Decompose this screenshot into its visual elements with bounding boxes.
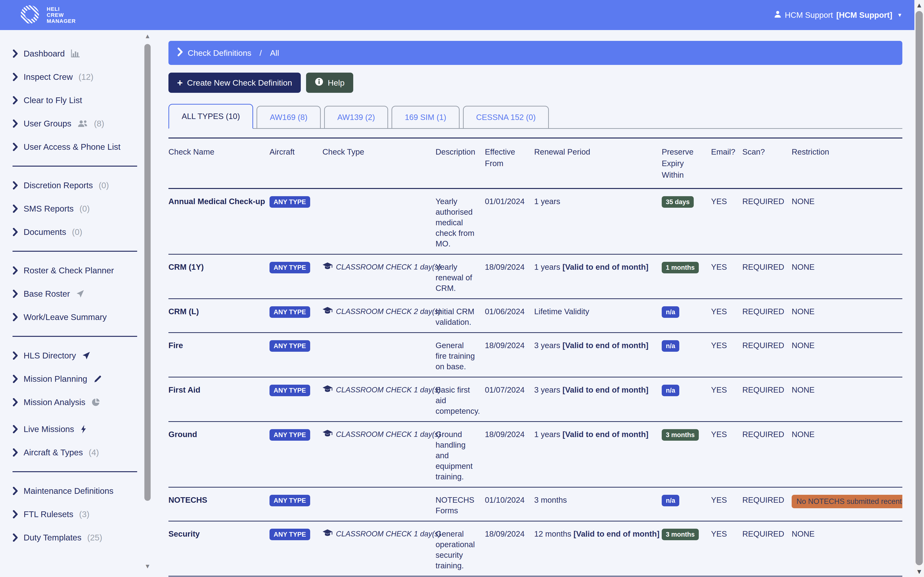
chevron-right-icon (13, 205, 18, 213)
sidebar-item-label: Maintenance Definitions (24, 486, 113, 496)
chevron-right-icon (13, 510, 18, 518)
aircraft-cell: ANY TYPE (270, 189, 322, 254)
sidebar-item-aircraft-types[interactable]: Aircraft & Types(4) (13, 448, 142, 457)
logo-ring-icon (19, 3, 41, 26)
sidebar-item-dashboard[interactable]: Dashboard (13, 49, 142, 58)
aircraft-badge: ANY TYPE (270, 495, 310, 506)
sidebar-item-clear-to-fly-list[interactable]: Clear to Fly List (13, 95, 142, 105)
check-definitions-table: Check NameAircraftCheck TypeDescriptionE… (168, 137, 902, 577)
sidebar-item-count: (3) (79, 509, 89, 519)
table-row-ground[interactable]: GroundANY TYPE CLASSROOM CHECK 1 day(s) … (168, 422, 902, 488)
sidebar-item-user-groups[interactable]: User Groups(8) (13, 119, 142, 128)
chevron-right-icon (13, 533, 18, 542)
scroll-up-icon[interactable]: ▲ (914, 2, 924, 9)
sidebar-item-mission-planning[interactable]: Mission Planning (13, 374, 142, 384)
column-header: Check Type (322, 139, 436, 188)
sidebar-item-label: Roster & Check Planner (24, 266, 114, 275)
tab-cessna-152-0[interactable]: CESSNA 152 (0) (463, 106, 549, 128)
sidebar-item-label: Base Roster (24, 289, 70, 298)
tab-label: ALL TYPES (10) (182, 112, 240, 121)
tab-label: CESSNA 152 (0) (476, 113, 536, 122)
description-cell: General operational security training. (436, 521, 485, 576)
breadcrumb-page: All (270, 48, 279, 58)
sidebar-scrollbar-thumb[interactable] (144, 44, 151, 501)
preserve-expiry-badge: n/a (662, 495, 679, 506)
tab-aw139-2[interactable]: AW139 (2) (324, 106, 388, 128)
user-menu[interactable]: HCM Support [HCM Support] ▼ (774, 0, 902, 30)
breadcrumb[interactable]: Check Definitions / All (168, 41, 902, 65)
toolbar: + Create New Check Definition Help (168, 73, 902, 93)
app-logo[interactable]: HELI CREW MANAGER (19, 3, 76, 26)
sidebar-nav: DashboardInspect Crew(12)Clear to Fly Li… (0, 30, 159, 542)
aircraft-cell: ANY TYPE (270, 521, 322, 576)
check-name: CRM (1Y) (168, 255, 270, 298)
table-row-first-aid[interactable]: First AidANY TYPE CLASSROOM CHECK 1 day(… (168, 377, 902, 422)
sidebar-item-inspect-crew[interactable]: Inspect Crew(12) (13, 72, 142, 82)
tab-all-types-10[interactable]: ALL TYPES (10) (168, 104, 253, 129)
effective-from-cell: 18/09/2024 (485, 422, 534, 487)
description-cell: Basic first aid competency. (436, 377, 485, 421)
tab-aw169-8[interactable]: AW169 (8) (257, 106, 321, 128)
sidebar-item-count: (0) (99, 181, 109, 190)
email-cell: YES (711, 377, 742, 421)
sidebar-item-label: Mission Planning (24, 374, 87, 384)
table-row-notechs[interactable]: NOTECHSANY TYPENOTECHS Forms01/10/20243 … (168, 488, 902, 521)
table-row-crm-1y[interactable]: CRM (1Y)ANY TYPE CLASSROOM CHECK 1 day(s… (168, 255, 902, 299)
sidebar-item-mission-analysis[interactable]: Mission Analysis (13, 397, 142, 407)
user-name: HCM Support (785, 11, 833, 20)
chevron-right-icon (13, 96, 18, 104)
sidebar-item-user-access-phone-list[interactable]: User Access & Phone List (13, 142, 142, 152)
scan-cell: REQUIRED (742, 422, 792, 487)
sidebar-item-label: Clear to Fly List (24, 95, 82, 105)
restriction-cell: NONE (792, 521, 902, 576)
breadcrumb-section[interactable]: Check Definitions (188, 48, 252, 58)
page-scrollbar[interactable]: ▲ ▼ (914, 0, 924, 577)
sidebar-item-count: (25) (87, 533, 102, 542)
sidebar-item-documents[interactable]: Documents(0) (13, 227, 142, 237)
aircraft-cell: ANY TYPE (270, 299, 322, 332)
email-cell: YES (711, 255, 742, 298)
scan-cell: REQUIRED (742, 255, 792, 298)
sidebar-item-base-roster[interactable]: Base Roster (13, 289, 142, 298)
scroll-down-icon[interactable]: ▼ (914, 568, 924, 575)
sidebar-divider (13, 471, 137, 472)
check-name: NOTECHS (168, 488, 270, 521)
sidebar-item-duty-templates[interactable]: Duty Templates(25) (13, 533, 142, 542)
sidebar-item-count: (0) (79, 204, 90, 213)
renewal-period-cell: 1 years [Valid to end of month] (534, 255, 662, 298)
check-name: Fire (168, 333, 270, 377)
chevron-right-icon (13, 119, 18, 128)
pie-chart-icon (91, 398, 100, 407)
scroll-up-icon[interactable]: ▲ (144, 32, 151, 40)
sidebar-item-discretion-reports[interactable]: Discretion Reports(0) (13, 181, 142, 190)
table-row-fire[interactable]: FireANY TYPEGeneral fire training on bas… (168, 333, 902, 377)
caret-down-icon: ▼ (897, 12, 902, 18)
sidebar-item-maintenance-definitions[interactable]: Maintenance Definitions (13, 486, 142, 496)
tab-label: AW139 (2) (338, 113, 375, 122)
page-scrollbar-thumb[interactable] (916, 11, 923, 565)
preserve-expiry-badge: n/a (662, 340, 679, 352)
check-type-label: CLASSROOM CHECK 1 day(s) (336, 262, 441, 272)
help-button[interactable]: Help (306, 73, 353, 93)
sidebar-item-live-missions[interactable]: Live Missions (13, 424, 142, 434)
sidebar-item-sms-reports[interactable]: SMS Reports(0) (13, 204, 142, 213)
sidebar-item-ftl-rulesets[interactable]: FTL Rulesets(3) (13, 509, 142, 519)
scroll-down-icon[interactable]: ▼ (144, 562, 151, 570)
email-cell: YES (711, 521, 742, 576)
table-row-security[interactable]: SecurityANY TYPE CLASSROOM CHECK 1 day(s… (168, 521, 902, 577)
chevron-right-icon (13, 266, 18, 274)
create-check-definition-button[interactable]: + Create New Check Definition (168, 73, 301, 93)
tab-169-sim-1[interactable]: 169 SIM (1) (391, 106, 459, 128)
sidebar-item-hls-directory[interactable]: HLS Directory (13, 351, 142, 360)
renewal-note: [Valid to end of month] (562, 341, 648, 350)
table-row-crm-l[interactable]: CRM (L)ANY TYPE CLASSROOM CHECK 2 day(s)… (168, 299, 902, 333)
column-header: Email? (711, 139, 742, 188)
renewal-note: [Valid to end of month] (562, 263, 648, 271)
sidebar-scrollbar[interactable]: ▲ ▼ (144, 32, 151, 574)
user-icon (774, 10, 782, 20)
sidebar-item-roster-check-planner[interactable]: Roster & Check Planner (13, 266, 142, 275)
column-header: EffectiveFrom (485, 139, 534, 188)
check-type-cell (322, 189, 436, 254)
sidebar-item-work-leave-summary[interactable]: Work/Leave Summary (13, 312, 142, 322)
table-row-annual-medical-check-up[interactable]: Annual Medical Check-upANY TYPEYearly au… (168, 189, 902, 255)
